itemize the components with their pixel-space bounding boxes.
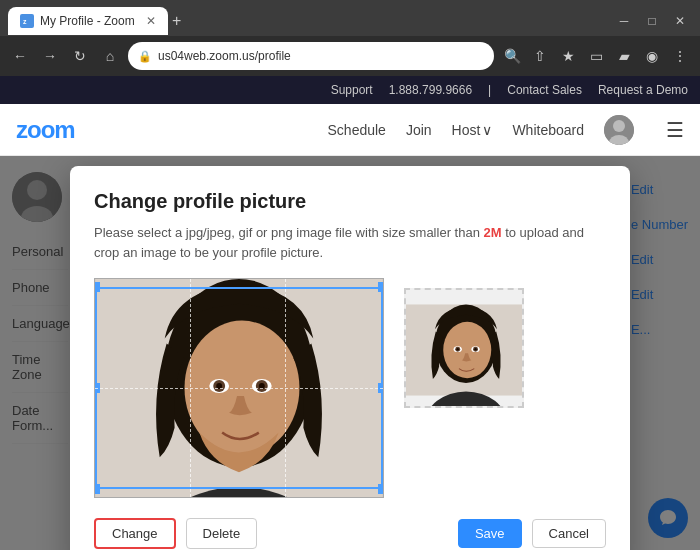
window-controls: ─ □ ✕: [612, 9, 692, 33]
delete-button[interactable]: Delete: [186, 518, 258, 549]
share-icon[interactable]: ⇧: [528, 44, 552, 68]
user-avatar[interactable]: [604, 115, 634, 145]
maximize-button[interactable]: □: [640, 9, 664, 33]
url-bar[interactable]: 🔒 us04web.zoom.us/profile: [128, 42, 494, 70]
svg-point-25: [456, 348, 458, 350]
change-profile-picture-modal: Change profile picture Please select a j…: [70, 166, 630, 550]
tab-bar: z My Profile - Zoom ✕ + ─ □ ✕: [0, 0, 700, 36]
schedule-link[interactable]: Schedule: [328, 122, 386, 138]
save-button[interactable]: Save: [458, 519, 522, 548]
extensions-icon[interactable]: ▭: [584, 44, 608, 68]
join-link[interactable]: Join: [406, 122, 432, 138]
forward-button[interactable]: →: [38, 44, 62, 68]
new-tab-button[interactable]: +: [172, 12, 181, 30]
main-nav: zoom Schedule Join Host ∨ Whiteboard ☰: [0, 104, 700, 156]
modal-description: Please select a jpg/jpeg, gif or png ima…: [94, 223, 606, 262]
nav-links: Schedule Join Host ∨ Whiteboard ☰: [328, 115, 684, 145]
svg-point-28: [474, 348, 476, 350]
lock-icon: 🔒: [138, 50, 152, 63]
close-button[interactable]: ✕: [668, 9, 692, 33]
utility-bar: Support 1.888.799.9666 | Contact Sales R…: [0, 76, 700, 104]
svg-point-15: [216, 383, 222, 389]
refresh-button[interactable]: ↻: [68, 44, 92, 68]
svg-text:z: z: [23, 18, 27, 25]
svg-point-22: [443, 322, 491, 378]
url-text: us04web.zoom.us/profile: [158, 49, 291, 63]
svg-point-3: [613, 120, 625, 132]
zoom-logo[interactable]: zoom: [16, 116, 75, 144]
phone-number: 1.888.799.9666: [389, 83, 472, 97]
puzzle-icon[interactable]: ▰: [612, 44, 636, 68]
modal-overlay: Change profile picture Please select a j…: [0, 156, 700, 550]
crop-container[interactable]: [94, 278, 384, 498]
support-link[interactable]: Support: [331, 83, 373, 97]
bookmark-icon[interactable]: ★: [556, 44, 580, 68]
minimize-button[interactable]: ─: [612, 9, 636, 33]
tab-close-btn[interactable]: ✕: [146, 14, 156, 28]
tab-title: My Profile - Zoom: [40, 14, 140, 28]
request-demo-link[interactable]: Request a Demo: [598, 83, 688, 97]
svg-point-18: [259, 383, 265, 389]
back-button[interactable]: ←: [8, 44, 32, 68]
change-button[interactable]: Change: [94, 518, 176, 549]
contact-sales-link[interactable]: Contact Sales: [507, 83, 582, 97]
address-bar: ← → ↻ ⌂ 🔒 us04web.zoom.us/profile 🔍 ⇧ ★ …: [0, 36, 700, 76]
tab-favicon: z: [20, 14, 34, 28]
browser-actions: 🔍 ⇧ ★ ▭ ▰ ◉ ⋮: [500, 44, 692, 68]
hamburger-menu[interactable]: ☰: [666, 118, 684, 142]
menu-icon[interactable]: ⋮: [668, 44, 692, 68]
left-actions: Change Delete: [94, 518, 257, 549]
page-background: Personal Phone Language Time Zone Date F…: [0, 156, 700, 550]
modal-actions: Change Delete Save Cancel: [94, 518, 606, 549]
host-dropdown[interactable]: Host ∨: [452, 122, 493, 138]
home-button[interactable]: ⌂: [98, 44, 122, 68]
profile-icon[interactable]: ◉: [640, 44, 664, 68]
cancel-button[interactable]: Cancel: [532, 519, 606, 548]
modal-title: Change profile picture: [94, 190, 606, 213]
active-tab[interactable]: z My Profile - Zoom ✕: [8, 7, 168, 35]
image-area: [94, 278, 606, 498]
search-icon[interactable]: 🔍: [500, 44, 524, 68]
whiteboard-link[interactable]: Whiteboard: [512, 122, 584, 138]
right-actions: Save Cancel: [458, 519, 606, 548]
preview-container: [404, 288, 524, 408]
browser-chrome: z My Profile - Zoom ✕ + ─ □ ✕ ← → ↻ ⌂ 🔒 …: [0, 0, 700, 76]
